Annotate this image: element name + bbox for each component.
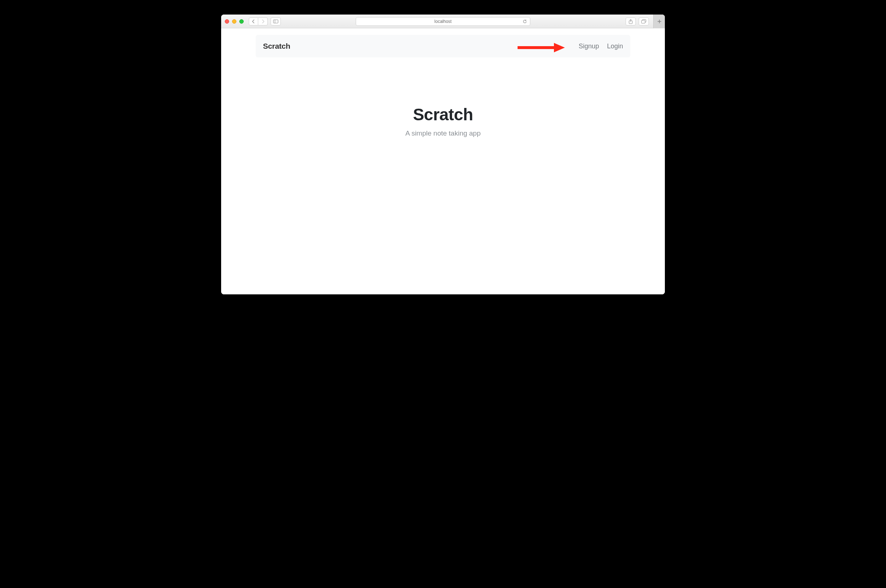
login-link[interactable]: Login [607, 42, 623, 50]
share-button[interactable] [626, 18, 636, 26]
show-tabs-button[interactable] [639, 18, 649, 26]
window-controls [225, 19, 244, 24]
brand-link[interactable]: Scratch [263, 42, 290, 51]
hero-subtitle: A simple note taking app [256, 129, 630, 137]
arrow-annotation [517, 42, 565, 50]
new-tab-button[interactable] [653, 15, 665, 28]
hero-title: Scratch [256, 105, 630, 124]
back-button[interactable] [249, 18, 258, 26]
hero: Scratch A simple note taking app [256, 105, 630, 137]
app-navbar: Scratch Signup Login [256, 35, 630, 57]
reload-icon[interactable] [523, 19, 527, 24]
forward-button[interactable] [258, 18, 268, 26]
address-bar[interactable]: localhost [356, 17, 530, 26]
maximize-window-button[interactable] [239, 19, 244, 24]
close-window-button[interactable] [225, 19, 229, 24]
nav-back-forward [249, 18, 268, 26]
signup-link[interactable]: Signup [579, 42, 599, 50]
browser-window: localhost Scratch Signup [221, 15, 665, 294]
sidebar-toggle-button[interactable] [271, 18, 281, 26]
browser-chrome: localhost [221, 15, 665, 28]
address-text: localhost [434, 19, 451, 24]
svg-marker-6 [554, 43, 565, 52]
nav-links: Signup Login [579, 42, 623, 50]
page-viewport: Scratch Signup Login Scratch A simple no… [221, 28, 665, 294]
svg-rect-0 [274, 20, 278, 23]
svg-rect-4 [642, 20, 645, 23]
minimize-window-button[interactable] [232, 19, 236, 24]
